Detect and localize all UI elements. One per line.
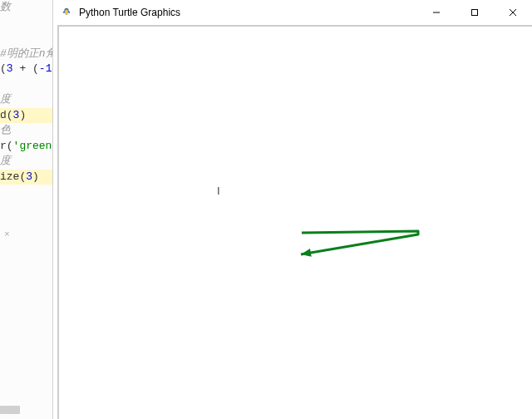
code-line [0,31,54,47]
turtle-window: Python Turtle Graphics I [52,0,532,419]
turtle-icon [60,6,73,19]
code-line [0,77,54,93]
canvas-frame: I [57,25,532,419]
code-line: r('green') [0,139,54,155]
code-line: 数 [0,0,54,16]
svg-rect-1 [472,10,478,16]
code-line: 度 [0,154,54,170]
code-line: #明的正n角形 [0,47,54,62]
window-title: Python Turtle Graphics [79,7,180,18]
horizontal-scrollbar[interactable] [0,406,20,414]
maximize-button[interactable] [456,0,494,25]
editor-strip: 数#明的正n角形(3 + (-1)**度d(3)色r('green')度ize(… [0,0,54,419]
close-icon: × [4,229,12,238]
titlebar[interactable]: Python Turtle Graphics [53,0,532,25]
code-line: d(3) [0,108,54,124]
turtle-path [301,231,418,254]
turtle-drawing [59,27,532,419]
code-line [0,16,54,32]
turtle-canvas[interactable]: I [59,27,532,419]
window-controls [417,0,532,25]
code-line: 色 [0,123,54,139]
code-line: 度 [0,92,54,108]
code-line: ize(3) [0,170,54,185]
code-line: (3 + (-1)** [0,62,54,77]
close-button[interactable] [494,0,532,25]
minimize-button[interactable] [417,0,456,25]
